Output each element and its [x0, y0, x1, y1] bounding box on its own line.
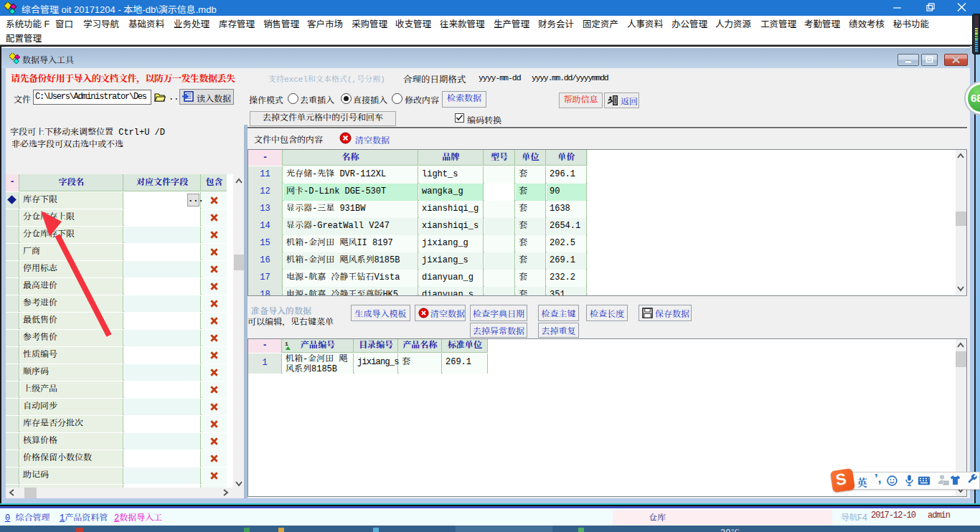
svg-text:1: 1	[285, 341, 288, 347]
svg-text:10: 10	[943, 480, 949, 485]
